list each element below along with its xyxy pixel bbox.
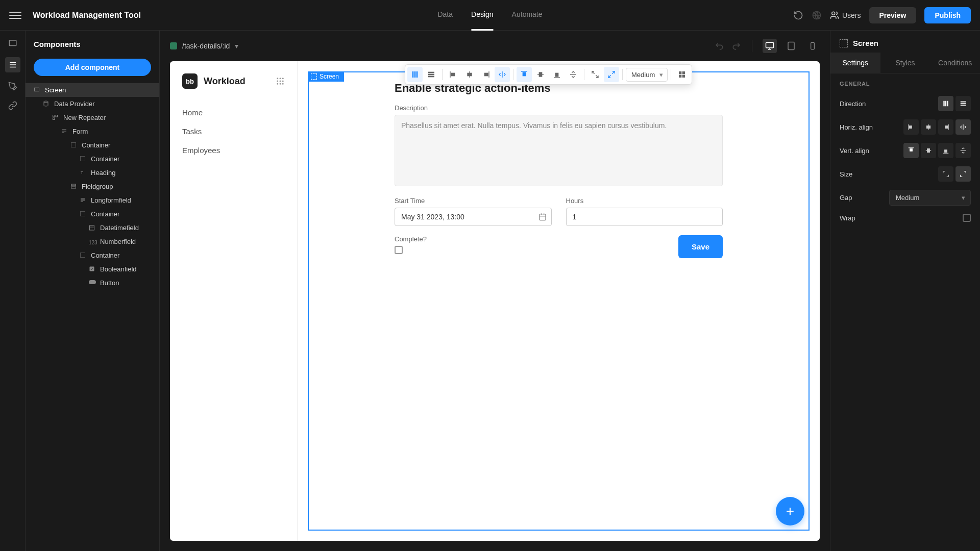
tree-row-form[interactable]: Form [26,124,159,138]
grid-settings-icon[interactable] [674,67,690,82]
description-textarea[interactable] [395,115,723,186]
tab-data[interactable]: Data [437,0,453,31]
halign-right-icon[interactable] [938,119,953,135]
undo-history-icon[interactable] [793,10,803,20]
properties-tabs: Settings Styles Conditions [830,53,980,73]
rail-screens-icon[interactable] [7,38,18,49]
halign-left-icon[interactable] [446,67,461,82]
svg-rect-48 [428,74,434,76]
tree-row-numberfield[interactable]: 123Numberfield [26,235,159,248]
users-icon [830,11,839,20]
tree-row-screen[interactable]: Screen [26,83,159,97]
tree-label: Screen [45,86,66,94]
halign-stretch-icon[interactable] [495,67,510,82]
valign-bottom-icon[interactable] [549,67,565,82]
hamburger-icon[interactable] [9,9,21,21]
device-tablet-icon[interactable] [784,39,798,53]
size-shrink-icon[interactable] [587,67,603,82]
undo-icon[interactable] [714,41,724,51]
wrap-checkbox[interactable] [963,214,971,222]
tree-row-button[interactable]: Button [26,276,159,290]
valign-top-icon[interactable] [903,143,919,158]
longform-icon [80,197,87,204]
tree-row-longformfield[interactable]: Longformfield [26,193,159,207]
add-component-button[interactable]: Add component [34,59,151,76]
tree-row-heading[interactable]: THeading [26,166,159,180]
halign-right-icon[interactable] [478,67,494,82]
halign-left-icon[interactable] [903,119,919,135]
valign-middle-icon[interactable] [921,143,936,158]
valign-top-icon[interactable] [517,67,532,82]
tree-row-container[interactable]: Container [26,138,159,152]
hours-input[interactable] [566,208,723,226]
valign-stretch-icon[interactable] [955,143,971,158]
direction-column-icon[interactable] [938,96,953,111]
preview-nav-home[interactable]: Home [182,103,285,122]
layout-toolbar: Medium [405,64,692,85]
start-time-input[interactable] [395,208,552,226]
calendar-icon[interactable] [538,213,547,221]
tree-row-container[interactable]: Container [26,152,159,166]
canvas-topbar: /task-details/:id ▾ [160,31,830,61]
direction-column-icon[interactable] [407,67,423,82]
svg-rect-15 [71,142,76,147]
boolean-icon [89,266,96,273]
device-desktop-icon[interactable] [763,39,777,53]
tab-settings[interactable]: Settings [830,53,880,73]
users-link[interactable]: Users [830,11,861,20]
preview-nav-employees[interactable]: Employees [182,141,285,160]
tab-conditions[interactable]: Conditions [930,53,980,73]
tree-row-container[interactable]: Container [26,207,159,221]
rail-theme-icon[interactable] [7,81,18,92]
apps-grid-icon[interactable] [276,77,285,86]
size-grow-icon[interactable] [955,166,971,182]
tree-label: Container [91,252,119,259]
tree-row-container[interactable]: Container [26,248,159,262]
halign-stretch-icon[interactable] [955,119,971,135]
tree-label: Button [100,279,119,287]
halign-center-icon[interactable] [462,67,477,82]
svg-rect-55 [484,73,488,76]
complete-checkbox[interactable] [395,246,403,254]
halign-center-icon[interactable] [921,119,936,135]
device-mobile-icon[interactable] [805,39,820,53]
route-selector[interactable]: /task-details/:id ▾ [170,42,238,50]
tree-row-new-repeater[interactable]: New Repeater [26,111,159,124]
preview-nav-tasks[interactable]: Tasks [182,122,285,141]
valign-bottom-icon[interactable] [938,143,953,158]
direction-row-icon[interactable] [955,96,971,111]
redo-icon[interactable] [731,41,742,51]
tab-design[interactable]: Design [471,0,494,31]
valign-stretch-icon[interactable] [566,67,581,82]
size-grow-icon[interactable] [604,67,619,82]
preview-button[interactable]: Preview [869,7,917,23]
rail-components-icon[interactable] [5,57,20,72]
tree-row-booleanfield[interactable]: Booleanfield [26,262,159,276]
tree-row-fieldgroup[interactable]: Fieldgroup [26,180,159,193]
gap-select[interactable]: Medium [626,68,668,82]
tree-row-datetimefield[interactable]: Datetimefield [26,221,159,235]
users-label: Users [842,11,861,19]
divider [671,69,671,80]
svg-rect-11 [53,118,55,120]
container-icon [80,252,87,259]
fab-add-button[interactable]: + [776,497,804,525]
save-button[interactable]: Save [678,235,723,258]
canvas-scroll: bb Workload Home Tasks Employees [160,61,830,551]
hours-col: Hours [566,197,723,226]
publish-button[interactable]: Publish [924,7,971,23]
svg-rect-78 [947,101,948,107]
size-shrink-icon[interactable] [938,166,953,182]
tab-styles[interactable]: Styles [880,53,930,73]
tab-automate[interactable]: Automate [512,0,543,31]
rail-link-icon[interactable] [7,100,18,111]
valign-middle-icon[interactable] [533,67,548,82]
direction-row-icon[interactable] [424,67,439,82]
size-label: Size [840,170,852,178]
svg-point-35 [277,78,278,79]
gap-select[interactable]: Medium [889,190,971,206]
tree-row-data-provider[interactable]: Data Provider [26,97,159,111]
globe-disabled-icon[interactable] [812,10,822,20]
svg-line-66 [612,71,615,74]
svg-point-36 [280,78,281,79]
